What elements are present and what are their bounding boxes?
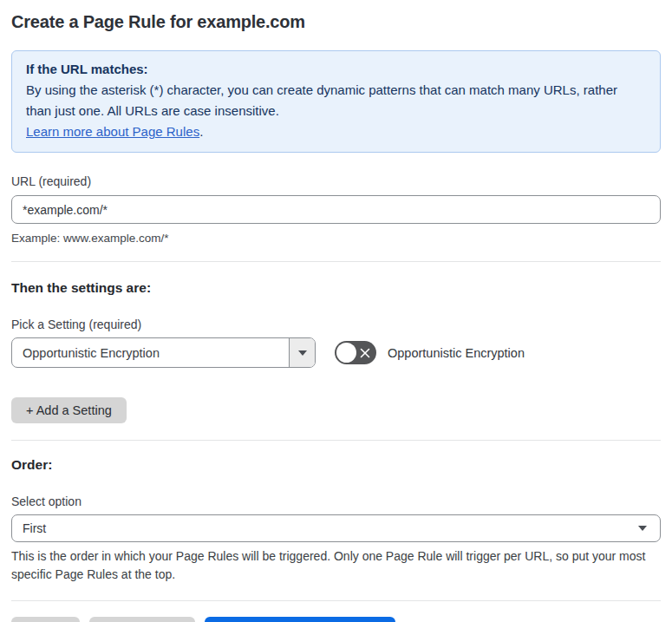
- chevron-down-icon: [298, 350, 307, 356]
- setting-select-value: Opportunistic Encryption: [12, 338, 289, 367]
- add-setting-button[interactable]: + Add a Setting: [11, 397, 127, 423]
- url-input[interactable]: [11, 195, 661, 224]
- info-box-heading: If the URL matches:: [26, 59, 646, 80]
- cancel-button[interactable]: Cancel: [11, 617, 80, 622]
- order-helper-text: This is the order in which your Page Rul…: [11, 547, 653, 584]
- settings-section-heading: Then the settings are:: [11, 280, 661, 296]
- setting-picker-label: Pick a Setting (required): [11, 318, 661, 331]
- setting-select[interactable]: Opportunistic Encryption: [11, 337, 316, 368]
- order-section-heading: Order:: [11, 457, 661, 473]
- toggle-off-x-icon: [360, 348, 370, 358]
- setting-select-arrow-button[interactable]: [289, 338, 315, 367]
- learn-more-link[interactable]: Learn more about Page Rules: [26, 124, 199, 139]
- url-field-label: URL (required): [11, 174, 661, 188]
- form-actions: Cancel Save as Draft Save and Deploy Pag…: [11, 617, 661, 622]
- opportunistic-encryption-toggle[interactable]: [335, 341, 376, 364]
- page-title: Create a Page Rule for example.com: [11, 12, 661, 32]
- toggle-knob: [336, 343, 356, 363]
- save-and-deploy-button[interactable]: Save and Deploy Page Rule: [205, 617, 395, 622]
- order-select-label: Select option: [11, 494, 661, 508]
- order-select-wrap: First: [11, 508, 661, 542]
- url-match-info-box: If the URL matches: By using the asteris…: [11, 50, 661, 153]
- toggle-label: Opportunistic Encryption: [388, 346, 525, 360]
- info-box-link-line: Learn more about Page Rules.: [26, 121, 646, 142]
- info-box-body: By using the asterisk (*) character, you…: [26, 80, 646, 121]
- divider: [11, 440, 661, 441]
- link-suffix: .: [199, 124, 203, 139]
- divider: [11, 261, 661, 262]
- divider: [11, 600, 661, 601]
- page-rule-form: Create a Page Rule for example.com If th…: [0, 0, 672, 622]
- setting-toggle-group: Opportunistic Encryption: [335, 341, 525, 364]
- order-select[interactable]: First: [11, 514, 661, 542]
- save-as-draft-button[interactable]: Save as Draft: [89, 617, 195, 622]
- setting-row: Opportunistic Encryption Opportunistic E…: [11, 337, 661, 368]
- url-example-helper: Example: www.example.com/*: [11, 230, 661, 246]
